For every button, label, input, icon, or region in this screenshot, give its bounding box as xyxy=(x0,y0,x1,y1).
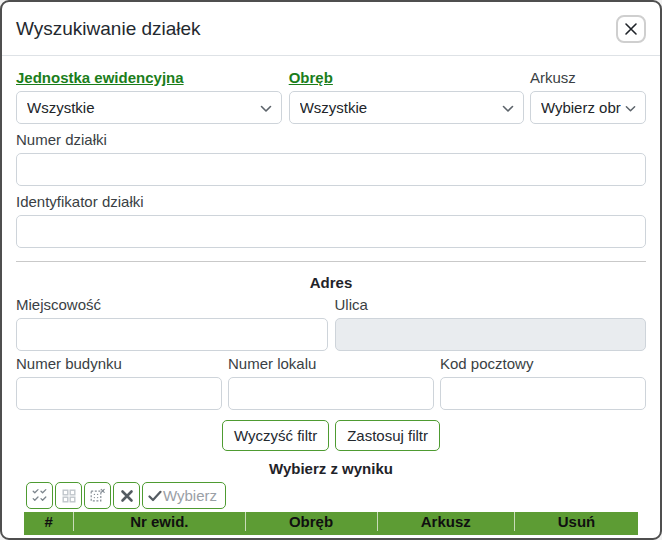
kod-pocztowy-input[interactable] xyxy=(440,377,646,410)
wybierz-button[interactable]: Wybierz xyxy=(142,482,226,509)
check-icon xyxy=(148,490,162,502)
dialog-title: Wyszukiwanie działek xyxy=(16,18,201,40)
clear-selection-x-icon xyxy=(120,489,134,503)
results-toolbar: Wybierz xyxy=(26,482,638,509)
close-icon xyxy=(624,22,638,36)
clear-selection-button[interactable] xyxy=(113,482,140,509)
parcel-search-dialog: Wyszukiwanie działek Jednostka ewidencyj… xyxy=(0,0,662,540)
deselect-button[interactable] xyxy=(84,482,111,509)
identyfikator-dzialki-label: Identyfikator działki xyxy=(16,193,646,211)
ulica-label: Ulica xyxy=(335,296,647,314)
grid-panes-button[interactable] xyxy=(55,482,82,509)
column-header-obreb: Obręb xyxy=(245,512,377,533)
chevron-down-icon xyxy=(498,99,514,116)
numer-lokalu-input[interactable] xyxy=(228,377,434,410)
results-section: Wybierz # Nr ewid. Obręb Arkusz xyxy=(16,482,646,535)
chevron-down-icon xyxy=(621,99,636,116)
identyfikator-dzialki-input[interactable] xyxy=(16,215,646,248)
section-divider xyxy=(16,261,646,262)
jednostka-ewidencyjna-select[interactable]: Wszystkie xyxy=(16,91,282,124)
numer-dzialki-label: Numer działki xyxy=(16,131,646,149)
grid-panes-icon xyxy=(62,489,76,503)
miejscowosc-label: Miejscowość xyxy=(16,296,328,314)
dialog-body: Jednostka ewidencyjna Wszystkie Obręb Ws… xyxy=(2,56,660,538)
column-header-index: # xyxy=(24,512,74,533)
numer-dzialki-input[interactable] xyxy=(16,153,646,186)
arkusz-selected-value: Wybierz obr xyxy=(541,99,621,116)
obreb-select[interactable]: Wszystkie xyxy=(289,91,524,124)
results-section-title: Wybierz z wyniku xyxy=(16,460,646,477)
numer-lokalu-label: Numer lokalu xyxy=(228,355,434,373)
select-all-grid-icon xyxy=(32,488,47,503)
chevron-down-icon xyxy=(256,99,272,116)
clear-filter-button[interactable]: Wyczyść filtr xyxy=(222,420,329,451)
jednostka-ewidencyjna-link[interactable]: Jednostka ewidencyjna xyxy=(16,69,184,87)
jednostka-selected-value: Wszystkie xyxy=(27,99,95,116)
apply-filter-button[interactable]: Zastosuj filtr xyxy=(335,420,440,451)
results-table: # Nr ewid. Obręb Arkusz Usuń xyxy=(24,512,638,535)
numer-budynku-label: Numer budynku xyxy=(16,355,222,373)
column-header-arkusz: Arkusz xyxy=(377,512,515,533)
column-header-nr-ewid: Nr ewid. xyxy=(74,512,245,533)
close-button[interactable] xyxy=(616,15,646,43)
obreb-link[interactable]: Obręb xyxy=(289,69,333,87)
obreb-selected-value: Wszystkie xyxy=(300,99,368,116)
wybierz-button-label: Wybierz xyxy=(163,487,217,504)
select-all-button[interactable] xyxy=(26,482,53,509)
arkusz-select[interactable]: Wybierz obr xyxy=(530,91,646,124)
deselect-grid-icon xyxy=(90,488,105,503)
miejscowosc-input[interactable] xyxy=(16,318,328,351)
results-table-header-row: # Nr ewid. Obręb Arkusz Usuń xyxy=(24,512,638,533)
ulica-input xyxy=(335,318,647,351)
arkusz-label: Arkusz xyxy=(530,69,646,87)
dialog-header: Wyszukiwanie działek xyxy=(2,2,660,56)
numer-budynku-input[interactable] xyxy=(16,377,222,410)
address-section-title: Adres xyxy=(16,274,646,291)
column-header-usun: Usuń xyxy=(515,512,638,533)
kod-pocztowy-label: Kod pocztowy xyxy=(440,355,646,373)
